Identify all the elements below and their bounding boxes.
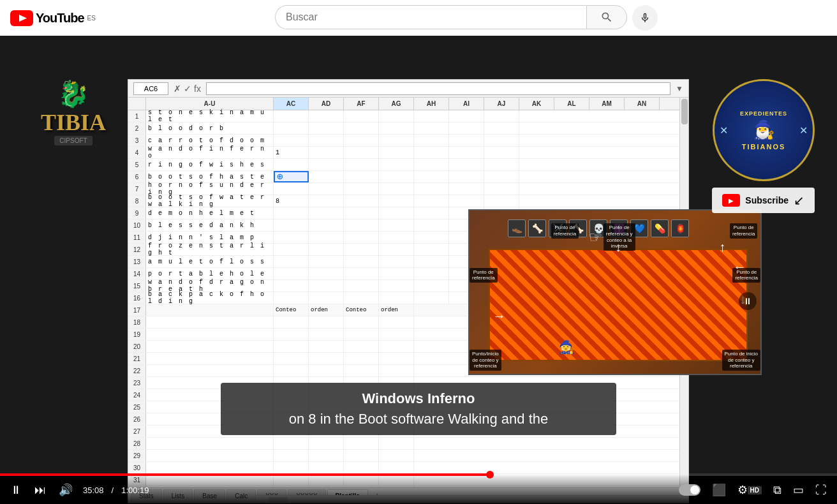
youtube-logo[interactable]: YouTube ES bbox=[10, 10, 96, 26]
next-button[interactable]: ⏭ bbox=[32, 481, 48, 500]
ss-cell-28-AD bbox=[309, 438, 344, 449]
ss-cell-9-AH bbox=[414, 207, 449, 219]
ss-cell-9-AD bbox=[309, 207, 344, 219]
ss-cell-20-AG bbox=[379, 341, 414, 352]
ss-cell-20-AC bbox=[274, 341, 309, 352]
ss-cell-15-AF bbox=[344, 280, 379, 292]
ss-cell-6-name: b o o t s o f h a s t e bbox=[146, 171, 274, 182]
ss-cell-10-AD bbox=[309, 219, 344, 231]
ss-cell-1-AI bbox=[449, 110, 484, 122]
ss-cell-5-name: r i n g o f w i s h e s bbox=[146, 159, 274, 170]
ss-cell-1-name: s t o n e s k i n a m u l e t bbox=[146, 110, 274, 122]
ss-cell-4-AD bbox=[309, 147, 344, 158]
ss-scrollbar-thumb[interactable] bbox=[681, 99, 688, 124]
ss-cell-28-AF bbox=[344, 438, 379, 449]
settings-button[interactable]: ⚙ HD bbox=[735, 480, 764, 500]
fullscreen-button[interactable]: ⛶ bbox=[813, 481, 829, 500]
ss-empty-row: 28 bbox=[128, 438, 688, 450]
ss-cell-15-AG bbox=[379, 280, 414, 292]
ss-cell-10-AG bbox=[379, 219, 414, 231]
ss-cell-14-AG bbox=[379, 268, 414, 279]
ss-cell-10-name: b l e s s e d a n k h bbox=[146, 219, 274, 231]
ss-cell-4-AG bbox=[379, 147, 414, 158]
time-separator: / bbox=[112, 485, 114, 495]
ss-row: 8 b o o t s o f w a t e r w a l k i n g … bbox=[128, 195, 688, 207]
ss-row: 2 b l o o d o r b bbox=[128, 122, 688, 135]
subtitles-button[interactable]: ⬛ bbox=[709, 480, 729, 500]
ss-cell-22-AD bbox=[309, 365, 344, 376]
ss-cell-2-AF bbox=[344, 122, 379, 134]
ss-row-num-2: 2 bbox=[128, 122, 146, 134]
ss-cell-19-AG bbox=[379, 329, 414, 340]
subscribe-overlay[interactable]: ▶ Subscribe ↙ bbox=[712, 188, 815, 213]
ref-label-7: Punto de iniciode conteo yreferencia bbox=[722, 350, 760, 371]
ss-cell-18-AC bbox=[274, 316, 309, 328]
ss-cell-12-AH bbox=[414, 244, 449, 255]
expedientes-subtitle: TIBIANOS bbox=[742, 143, 786, 151]
miniplayer-button[interactable]: ⧉ bbox=[771, 481, 784, 500]
ss-col-AK-header: AK bbox=[519, 98, 554, 110]
ss-toolbar-dividers: ✗ ✓ fx bbox=[174, 84, 201, 94]
ss-col-AC-header: AC bbox=[274, 98, 309, 110]
volume-button[interactable]: 🔊 bbox=[56, 480, 75, 500]
search-button[interactable] bbox=[586, 5, 627, 29]
youtube-header: YouTube ES bbox=[0, 0, 837, 36]
pause-button[interactable]: ⏸ bbox=[8, 481, 24, 500]
ss-cell-2-AH bbox=[414, 122, 449, 134]
ss-row-num-7: 7 bbox=[128, 183, 146, 195]
game-map: 👞 🦴 ⚔️ 🦴 💀 ✝️ 💙 💊 🏮 🧙 Punto dereferen bbox=[468, 209, 762, 375]
ss-cell-4-AF bbox=[344, 147, 379, 158]
ss-cell-6-AC[interactable]: ⊕ bbox=[274, 171, 309, 182]
ss-cell-22-name bbox=[146, 365, 274, 376]
ss-cell-3-AH bbox=[414, 135, 449, 146]
ss-row-num-4: 4 bbox=[128, 147, 146, 158]
ss-cell-1-AG bbox=[379, 110, 414, 122]
ss-confirm-icon: ✓ bbox=[184, 84, 191, 94]
ss-cell-8-AC: 8 bbox=[274, 195, 309, 207]
game-item-1: 👞 bbox=[508, 219, 526, 237]
ss-cell-2-AD bbox=[309, 122, 344, 134]
ss-cell-2-AJ bbox=[484, 122, 519, 134]
ss-col-AH-header: AH bbox=[414, 98, 449, 110]
ss-cell-16-AF bbox=[344, 292, 379, 304]
ss-cell-17-AD: orden bbox=[309, 304, 344, 316]
ss-cell-17-AG: orden bbox=[379, 304, 414, 316]
ss-cell-30-name bbox=[146, 462, 274, 473]
game-item-9: 🏮 bbox=[671, 219, 689, 237]
ss-cell-7-AJ bbox=[484, 183, 519, 195]
ss-cell-8-name: b o o t s o f w a t e r w a l k i n g bbox=[146, 195, 274, 207]
ss-cell-3-AJ bbox=[484, 135, 519, 146]
mic-icon bbox=[639, 12, 651, 24]
ss-cell-2-AG bbox=[379, 122, 414, 134]
ss-cell-2-AC bbox=[274, 122, 309, 134]
ss-cell-21-AD bbox=[309, 353, 344, 364]
game-item-8: 💊 bbox=[651, 219, 669, 237]
search-input[interactable] bbox=[275, 5, 586, 29]
video-container: 🐉 TIBIA CIPSOFT AC6 ✗ ✓ fx ▼ A-U AC bbox=[0, 36, 837, 504]
expedientes-x-right: ✕ bbox=[799, 124, 808, 137]
ss-cell-21-AG bbox=[379, 353, 414, 364]
ss-cell-15-AD bbox=[309, 280, 344, 292]
ss-row: 5 r i n g o f w i s h e s bbox=[128, 159, 688, 171]
ref-label-4: Punto dereferencia bbox=[470, 268, 498, 283]
ss-cell-19-AF bbox=[344, 329, 379, 340]
ss-cell-11-AF bbox=[344, 232, 379, 243]
autoplay-toggle[interactable] bbox=[676, 482, 703, 498]
subscribe-yt-icon: ▶ bbox=[722, 194, 740, 207]
map-pause-icon[interactable]: ⏸ bbox=[739, 292, 757, 310]
ss-cell-reference[interactable]: AC6 bbox=[133, 82, 168, 95]
ss-cell-13-AH bbox=[414, 256, 449, 267]
ss-cell-14-AF bbox=[344, 268, 379, 279]
ss-col-A-header: A-U bbox=[146, 98, 274, 110]
ss-formula-bar[interactable] bbox=[206, 82, 670, 95]
mic-button[interactable] bbox=[632, 5, 658, 31]
ss-cell-1-AJ bbox=[484, 110, 519, 122]
theater-button[interactable]: ▭ bbox=[790, 480, 806, 500]
ss-row: 1 s t o n e s k i n a m u l e t bbox=[128, 110, 688, 122]
ss-cell-6-AD bbox=[309, 171, 344, 182]
ss-formula-icon: fx bbox=[194, 84, 201, 94]
progress-bar[interactable] bbox=[0, 473, 837, 476]
ss-cell-7-AF bbox=[344, 183, 379, 195]
ss-cell-7-AC bbox=[274, 183, 309, 195]
progress-bar-fill bbox=[0, 473, 490, 476]
